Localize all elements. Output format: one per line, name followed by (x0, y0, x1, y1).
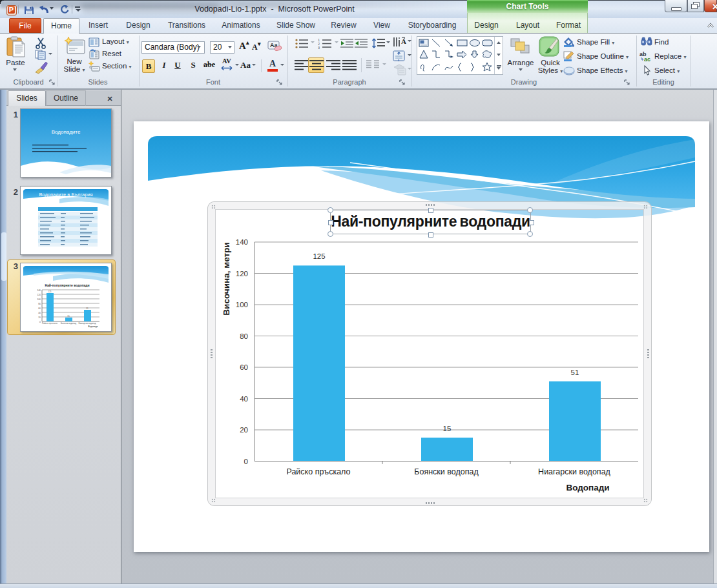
svg-text:Ниагарски водопад: Ниагарски водопад (79, 322, 96, 325)
svg-text:Боянски водопад: Боянски водопад (61, 322, 76, 325)
svg-text:ac: ac (644, 56, 650, 62)
svg-text:125: 125 (48, 290, 51, 293)
svg-text:Райско пръскало: Райско пръскало (42, 322, 57, 325)
svg-text:Височина, метри: Височина, метри (222, 242, 231, 315)
svg-text:120: 120 (37, 294, 41, 296)
svg-text:15: 15 (443, 425, 452, 432)
svg-text:3: 3 (318, 46, 320, 49)
svg-text:0: 0 (39, 321, 41, 323)
svg-text:Водопади: Водопади (566, 483, 609, 492)
svg-text:Райско пръскало: Райско пръскало (286, 467, 350, 476)
svg-text:51: 51 (86, 307, 88, 310)
svg-text:A: A (401, 37, 406, 45)
svg-text:Боянски водопад: Боянски водопад (414, 467, 479, 476)
svg-text:120: 120 (236, 270, 248, 278)
svg-text:40: 40 (240, 395, 248, 403)
svg-text:51: 51 (571, 369, 579, 376)
svg-text:0: 0 (244, 458, 248, 465)
svg-text:125: 125 (313, 252, 325, 260)
svg-text:Водопадите в България: Водопадите в България (39, 192, 92, 198)
svg-text:Ниагарски водопад: Ниагарски водопад (538, 467, 610, 476)
svg-text:40: 40 (38, 312, 41, 314)
svg-text:80: 80 (240, 332, 248, 340)
svg-text:Водопадите: Водопадите (52, 129, 81, 135)
svg-text:Най-популярните водопади: Най-популярните водопади (45, 283, 89, 287)
svg-text:140: 140 (37, 289, 41, 292)
svg-text:20: 20 (38, 316, 41, 319)
svg-text:100: 100 (37, 298, 41, 301)
svg-text:100: 100 (236, 301, 248, 309)
svg-text:20: 20 (240, 426, 248, 434)
svg-text:60: 60 (240, 363, 248, 371)
svg-text:140: 140 (236, 238, 248, 246)
svg-text:Водопади: Водопади (88, 325, 98, 328)
svg-text:15: 15 (67, 315, 70, 318)
svg-text:60: 60 (38, 307, 41, 310)
svg-text:80: 80 (38, 303, 41, 305)
